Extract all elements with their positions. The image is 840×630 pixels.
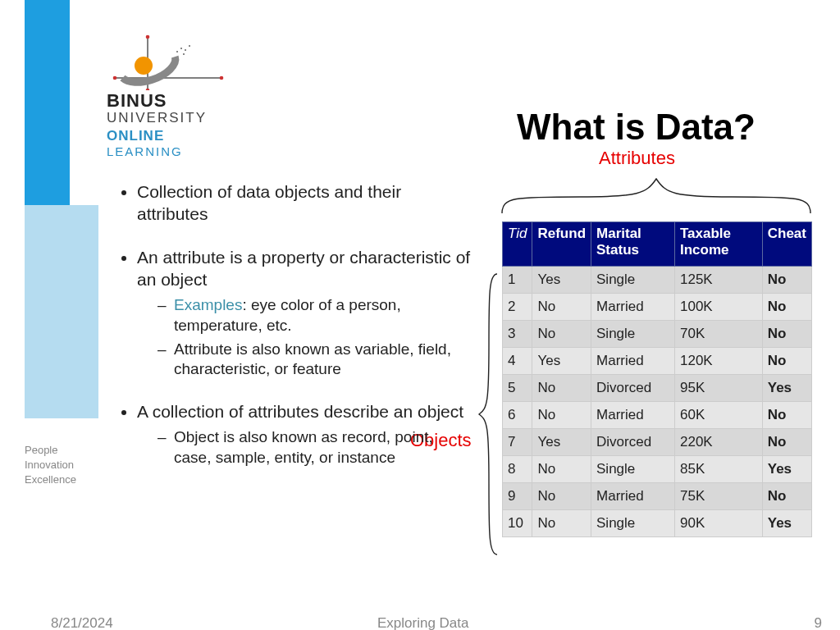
col-income: Taxable Income [675, 222, 763, 267]
content-list: Collection of data objects and their att… [127, 180, 472, 489]
cell-refund: No [532, 483, 591, 510]
cell-tid: 7 [503, 429, 532, 456]
cell-income: 95K [675, 375, 763, 402]
table-row: 9NoMarried75KNo [503, 483, 812, 510]
table-row: 7YesDivorced220KNo [503, 429, 812, 456]
cell-income: 70K [675, 321, 763, 348]
cell-marital: Married [591, 348, 675, 375]
sidebar-decor: People Innovation Excellence [0, 0, 86, 630]
table-row: 1YesSingle125KNo [503, 267, 812, 294]
logo-line3: ONLINE [107, 128, 271, 144]
footer-pagenum: 9 [815, 615, 822, 630]
cell-refund: No [532, 456, 591, 483]
slide-title: What is Data? [517, 107, 756, 148]
cell-tid: 8 [503, 456, 532, 483]
cell-tid: 4 [503, 348, 532, 375]
tagline-line: Innovation [25, 458, 76, 472]
cell-cheat: Yes [762, 456, 811, 483]
blue-strip-decor [25, 0, 70, 205]
cell-tid: 5 [503, 375, 532, 402]
svg-point-5 [146, 89, 150, 90]
cell-marital: Married [591, 402, 675, 429]
curly-brace-left-icon [476, 271, 500, 558]
col-tid: Tid [503, 222, 532, 267]
cell-cheat: No [762, 294, 811, 321]
cell-marital: Divorced [591, 375, 675, 402]
sub-bullet-text: Object is also known as record, point, c… [174, 428, 433, 466]
col-cheat: Cheat [762, 222, 811, 267]
cell-marital: Single [591, 267, 675, 294]
svg-rect-12 [183, 53, 185, 55]
svg-rect-11 [176, 51, 178, 52]
svg-point-3 [220, 76, 224, 80]
cell-marital: Single [591, 510, 675, 537]
sub-bullet-item: Object is also known as record, point, c… [158, 427, 472, 468]
sub-bullet-text: Attribute is also known as variable, fie… [174, 340, 451, 378]
cell-refund: No [532, 510, 591, 537]
cell-cheat: Yes [762, 375, 811, 402]
table-row: 8NoSingle85KYes [503, 456, 812, 483]
cell-income: 75K [675, 483, 763, 510]
cell-refund: Yes [532, 429, 591, 456]
bullet-item: Collection of data objects and their att… [137, 180, 472, 226]
examples-word: Examples [174, 296, 242, 313]
cell-refund: Yes [532, 267, 591, 294]
cell-tid: 1 [503, 267, 532, 294]
logo-area: BINUS UNIVERSITY ONLINE LEARNING [107, 33, 271, 164]
svg-point-2 [113, 76, 117, 80]
svg-rect-9 [185, 49, 186, 51]
cell-refund: No [532, 321, 591, 348]
col-marital: Marital Status [591, 222, 675, 267]
bullet-text: Collection of data objects and their att… [137, 182, 401, 223]
footer-subject: Exploring Data [377, 615, 469, 630]
attributes-label: Attributes [599, 148, 675, 169]
cell-tid: 3 [503, 321, 532, 348]
cell-tid: 6 [503, 402, 532, 429]
svg-rect-8 [180, 48, 182, 49]
cell-tid: 2 [503, 294, 532, 321]
cell-refund: No [532, 294, 591, 321]
sub-bullet-item: Attribute is also known as variable, fie… [158, 340, 472, 380]
cell-cheat: No [762, 321, 811, 348]
tagline-line: People [25, 443, 76, 458]
logo-line1: BINUS [107, 90, 271, 112]
footer-date: 8/21/2024 [51, 615, 113, 630]
cell-tid: 9 [503, 483, 532, 510]
svg-rect-10 [189, 45, 190, 47]
cell-refund: No [532, 402, 591, 429]
cell-refund: Yes [532, 348, 591, 375]
blue-pattern-decor [25, 205, 98, 418]
table-row: 5NoDivorced95KYes [503, 375, 812, 402]
table-row: 10NoSingle90KYes [503, 510, 812, 537]
cell-income: 90K [675, 510, 763, 537]
cell-marital: Married [591, 294, 675, 321]
table-row: 3NoSingle70KNo [503, 321, 812, 348]
cell-marital: Divorced [591, 429, 675, 456]
cell-income: 120K [675, 348, 763, 375]
logo-icon [107, 33, 238, 90]
bullet-text: A collection of attributes describe an o… [137, 402, 463, 421]
cell-marital: Single [591, 456, 675, 483]
cell-refund: No [532, 375, 591, 402]
table-row: 4YesMarried120KNo [503, 348, 812, 375]
cell-marital: Married [591, 483, 675, 510]
cell-tid: 10 [503, 510, 532, 537]
table-row: 6NoMarried60KNo [503, 402, 812, 429]
bullet-item: An attribute is a property or characteri… [137, 246, 472, 380]
logo-line2: UNIVERSITY [107, 110, 271, 126]
sub-bullet-item: Examples: eye color of a person, tempera… [158, 295, 472, 336]
cell-income: 100K [675, 294, 763, 321]
bullet-item: A collection of attributes describe an o… [137, 400, 472, 468]
curly-brace-top-icon [499, 172, 814, 217]
cell-income: 125K [675, 267, 763, 294]
svg-point-7 [135, 57, 153, 75]
table-header-row: Tid Refund Marital Status Taxable Income… [503, 222, 812, 267]
tagline-text: People Innovation Excellence [25, 443, 76, 488]
bullet-text: An attribute is a property or characteri… [137, 248, 470, 289]
data-table: Tid Refund Marital Status Taxable Income… [502, 221, 812, 537]
cell-income: 60K [675, 402, 763, 429]
col-refund: Refund [532, 222, 591, 267]
cell-cheat: No [762, 267, 811, 294]
cell-cheat: No [762, 483, 811, 510]
cell-cheat: Yes [762, 510, 811, 537]
